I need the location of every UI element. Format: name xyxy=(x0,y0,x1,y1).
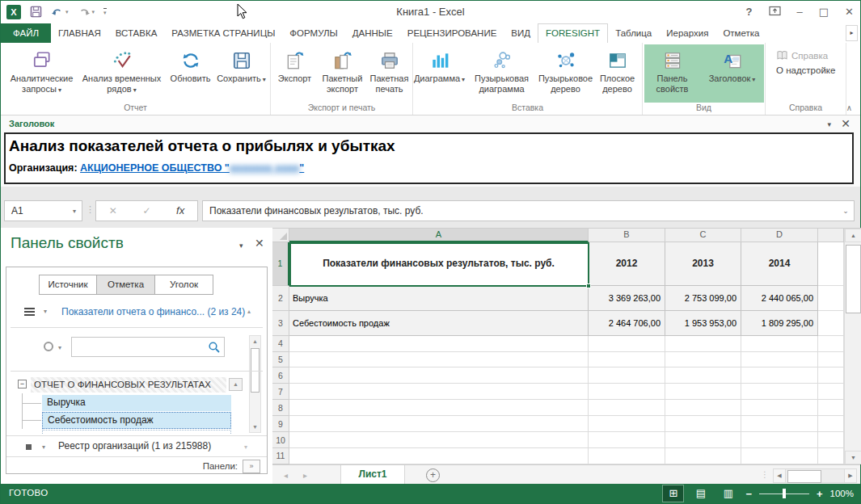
name-box[interactable]: A1 ▾ xyxy=(4,200,82,221)
cell-d2[interactable]: 2 440 065,00 xyxy=(741,286,818,311)
scrollbar-track[interactable] xyxy=(786,468,844,483)
cell-empty[interactable] xyxy=(818,336,844,352)
dropdown-arrow-icon[interactable]: ▾ xyxy=(44,308,47,315)
tab-corner[interactable]: Уголок xyxy=(155,275,213,295)
cell-empty[interactable] xyxy=(741,368,818,384)
header-pane-close-icon[interactable]: ✕ xyxy=(841,117,850,130)
cell-empty[interactable] xyxy=(818,416,844,432)
cell-empty[interactable] xyxy=(818,242,844,286)
row-number[interactable]: 9 xyxy=(272,416,289,432)
tree-item-partial[interactable] xyxy=(42,430,231,434)
tab-formulas[interactable]: ФОРМУЛЫ xyxy=(282,23,344,43)
search-icon[interactable] xyxy=(208,341,221,354)
zoom-slider-thumb[interactable] xyxy=(783,489,786,498)
filter-mode-icon[interactable] xyxy=(44,342,53,351)
cell-empty[interactable] xyxy=(665,432,741,448)
row-number[interactable]: 10 xyxy=(272,432,289,448)
cell-empty[interactable] xyxy=(818,352,844,368)
cell-empty[interactable] xyxy=(589,352,665,368)
cell-d3[interactable]: 1 809 295,00 xyxy=(741,311,818,336)
next-sheet-icon[interactable]: ▸ xyxy=(303,471,307,480)
row-number[interactable]: 1 xyxy=(272,242,289,286)
cell-empty[interactable] xyxy=(289,352,589,368)
row-number[interactable]: 3 xyxy=(272,311,289,336)
scroll-up-icon[interactable]: ▲ xyxy=(845,229,861,242)
cell-empty[interactable] xyxy=(818,432,844,448)
row-number[interactable]: 6 xyxy=(272,368,289,384)
cell-empty[interactable] xyxy=(665,400,741,416)
more-tabs-button[interactable]: ▸ xyxy=(846,25,858,41)
close-button[interactable]: ✕ xyxy=(845,6,854,18)
cell-empty[interactable] xyxy=(818,311,844,336)
about-addin-button[interactable]: О надстройке xyxy=(776,65,846,75)
formula-bar-grip[interactable]: ⋮ xyxy=(86,204,95,215)
row-number[interactable]: 11 xyxy=(272,448,289,464)
cell-empty[interactable] xyxy=(289,432,589,448)
cell-empty[interactable] xyxy=(741,384,818,400)
zoom-level[interactable]: 100% xyxy=(830,489,854,498)
scrollbar-thumb[interactable] xyxy=(787,470,821,483)
properties-panel-dropdown-icon[interactable]: ▾ xyxy=(239,242,243,250)
vertical-scrollbar[interactable]: ▲ ▼ xyxy=(844,229,861,464)
scroll-left-icon[interactable]: ◀ xyxy=(773,468,786,483)
dropdown-arrow-icon[interactable]: ▾ xyxy=(42,443,45,451)
cell-b1[interactable]: 2012 xyxy=(589,242,665,286)
tab-mark[interactable]: Отметка xyxy=(97,275,155,295)
tab-view[interactable]: ВИД xyxy=(504,23,538,43)
insert-function-icon[interactable]: fx xyxy=(176,204,184,217)
header-pane-dropdown-icon[interactable]: ▾ xyxy=(827,120,831,128)
collapse-section-icon[interactable]: ▴ xyxy=(247,308,251,315)
cell-b2[interactable]: 3 369 263,00 xyxy=(589,286,665,311)
flat-tree-button[interactable]: Плоское дерево xyxy=(593,44,642,103)
name-box-dropdown-icon[interactable]: ▾ xyxy=(67,208,82,215)
column-header-c[interactable]: C xyxy=(665,229,741,242)
cell-empty[interactable] xyxy=(818,368,844,384)
cell-empty[interactable] xyxy=(289,416,589,432)
cell-empty[interactable] xyxy=(665,448,741,464)
properties-panel-button[interactable]: Панель свойств xyxy=(644,44,701,103)
save-report-button[interactable]: Сохранить▾ xyxy=(217,44,267,103)
maximize-button[interactable]: □ xyxy=(819,6,829,18)
fill-handle[interactable] xyxy=(586,284,591,288)
cell-empty[interactable] xyxy=(589,432,665,448)
cell-c3[interactable]: 1 953 953,00 xyxy=(665,311,741,336)
time-series-analysis-button[interactable]: Анализ временных рядов▾ xyxy=(79,44,165,103)
cell-empty[interactable] xyxy=(289,400,589,416)
cell-empty[interactable] xyxy=(741,352,818,368)
scroll-down-icon[interactable]: ▼ xyxy=(845,451,861,464)
cell-a1[interactable]: Показатели финансовых результатов, тыс. … xyxy=(289,242,589,286)
formula-input[interactable]: Показатели финансовых результатов, тыс. … xyxy=(202,200,855,221)
cell-empty[interactable] xyxy=(741,448,818,464)
tab-source[interactable]: Источник xyxy=(39,275,97,295)
column-header-a[interactable]: A xyxy=(289,229,589,242)
bubble-tree-button[interactable]: Пузырьковое дерево xyxy=(538,44,593,103)
organization-link[interactable]: АКЦИОНЕРНОЕ ОБЩЕСТВО "■■■■■■■ ■■■■" xyxy=(80,162,304,174)
cell-empty[interactable] xyxy=(665,352,741,368)
dropdown-arrow-icon[interactable]: ▾ xyxy=(58,344,61,351)
cell-empty[interactable] xyxy=(589,368,665,384)
add-sheet-icon[interactable]: + xyxy=(426,468,440,482)
cell-d1[interactable]: 2014 xyxy=(741,242,818,286)
cancel-entry-icon[interactable]: ✕ xyxy=(109,205,117,216)
cell-empty[interactable] xyxy=(818,448,844,464)
confirm-entry-icon[interactable]: ✓ xyxy=(142,205,150,216)
cell-empty[interactable] xyxy=(589,400,665,416)
cell-empty[interactable] xyxy=(289,384,589,400)
tree-root-label[interactable]: ОТЧЕТ О ФИНАНСОВЫХ РЕЗУЛЬТАТАХ xyxy=(31,377,226,393)
tab-file[interactable]: ФАЙЛ xyxy=(1,23,51,43)
cell-empty[interactable] xyxy=(818,384,844,400)
tab-table[interactable]: Таблица xyxy=(608,23,659,43)
cell-empty[interactable] xyxy=(665,336,741,352)
cell-empty[interactable] xyxy=(818,286,844,311)
cell-empty[interactable] xyxy=(741,400,818,416)
normal-view-icon[interactable]: ⊞ xyxy=(663,485,683,502)
minimize-button[interactable]: – xyxy=(797,6,803,18)
scroll-down-icon[interactable]: ▼ xyxy=(250,422,260,432)
scroll-up-icon[interactable]: ▲ xyxy=(250,336,260,346)
tab-insert[interactable]: ВСТАВКА xyxy=(108,23,165,43)
column-header-b[interactable]: B xyxy=(589,229,665,242)
expand-formula-bar-icon[interactable]: ⌄ xyxy=(838,207,854,215)
search-input[interactable] xyxy=(75,339,205,355)
column-header-partial[interactable] xyxy=(818,229,844,242)
tab-home[interactable]: ГЛАВНАЯ xyxy=(51,23,108,43)
